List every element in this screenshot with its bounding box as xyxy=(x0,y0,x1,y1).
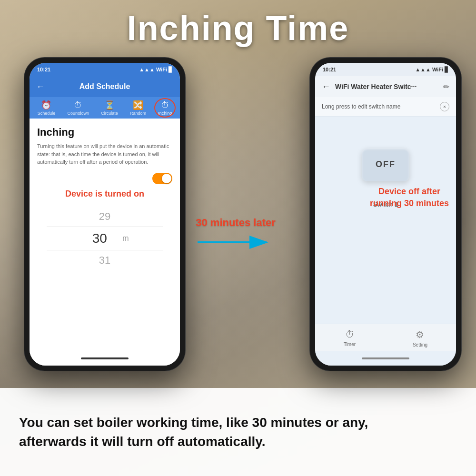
tab-schedule[interactable]: ⏰ Schedule xyxy=(38,101,56,116)
bottom-panel: You can set boiler working time, like 30… xyxy=(0,388,476,476)
tab-circulate[interactable]: ⏳ Circulate xyxy=(101,101,118,116)
time-picker[interactable]: 29 30 m 31 xyxy=(37,207,172,270)
setting-label: Setting xyxy=(413,342,427,347)
status-time-left: 10:21 xyxy=(37,67,50,72)
random-icon: 🔀 xyxy=(133,101,143,109)
battery-icon-left: ▊ xyxy=(169,67,172,73)
signal-icon-left: ▲▲▲ xyxy=(139,67,155,72)
battery-right: ▊ xyxy=(445,67,448,73)
time-30: 30 xyxy=(80,231,119,246)
device-on-text: Device is turned on xyxy=(37,189,172,199)
switch-off-label: OFF xyxy=(376,159,396,169)
phone-left-screen: 10:21 ▲▲▲ WiFi ▊ ← Add Schedule ⏰ xyxy=(30,63,180,366)
circulate-icon: ⏳ xyxy=(104,101,115,109)
arrow-label: 30 minutes later xyxy=(188,217,283,229)
page-title: Inching Time xyxy=(0,9,476,48)
home-indicator-left xyxy=(81,357,129,359)
spacer-right xyxy=(315,239,456,324)
arrow-annotation: 30 minutes later xyxy=(188,217,283,252)
status-time-right: 10:21 xyxy=(323,67,336,72)
tab-circulate-label: Circulate xyxy=(101,111,118,116)
time-31: 31 xyxy=(86,254,124,267)
inching-content: Inching Turning this feature on will put… xyxy=(30,119,180,278)
phone-right-screen: 10:21 ▲▲▲ WiFi ▊ ← WiFi Water Heater Swi… xyxy=(315,63,456,366)
switch-area: OFF Switch 1 xyxy=(315,117,456,239)
nav-bar-left: ← Add Schedule xyxy=(30,76,180,97)
time-row-29: 29 xyxy=(47,207,163,227)
page-title-container: Inching Time xyxy=(0,0,476,53)
phone-right: 10:21 ▲▲▲ WiFi ▊ ← WiFi Water Heater Swi… xyxy=(309,57,462,371)
spacer-left xyxy=(30,278,180,352)
nav-title-left: Add Schedule xyxy=(79,82,130,91)
tab-random[interactable]: 🔀 Random xyxy=(130,101,146,116)
home-bar-left xyxy=(30,351,180,366)
right-annotation: Device off after running 30 minutes xyxy=(362,186,457,209)
close-icon-right: × xyxy=(443,104,446,109)
tab-countdown[interactable]: ⏱ Countdown xyxy=(67,101,89,116)
nav-title-right: WiFi Water Heater Switc··· xyxy=(335,83,443,90)
signal-right: ▲▲▲ xyxy=(415,67,431,72)
timer-icon: ⏱ xyxy=(345,329,355,340)
time-unit: m xyxy=(122,234,129,243)
bottom-tabs-right: ⏱ Timer ⚙ Setting xyxy=(315,324,456,351)
status-bar-left: 10:21 ▲▲▲ WiFi ▊ xyxy=(30,63,180,76)
edit-banner-text: Long press to edit switch name xyxy=(322,103,400,110)
bottom-text-line2: afterwards it will turn off automaticall… xyxy=(19,434,266,449)
edit-banner: Long press to edit switch name × xyxy=(315,97,456,117)
time-row-30: 30 m xyxy=(47,227,163,250)
inching-toggle[interactable] xyxy=(152,173,172,184)
nav-bar-right: ← WiFi Water Heater Switc··· ✏ xyxy=(315,76,456,97)
inching-title: Inching xyxy=(37,126,172,139)
timer-label: Timer xyxy=(344,342,356,347)
tab-timer[interactable]: ⏱ Timer xyxy=(344,329,356,347)
phone-left: 10:21 ▲▲▲ WiFi ▊ ← Add Schedule ⏰ xyxy=(24,57,186,371)
signal-icons-left: ▲▲▲ WiFi ▊ xyxy=(139,67,172,73)
tab-setting[interactable]: ⚙ Setting xyxy=(413,329,427,347)
home-bar-right xyxy=(315,351,456,366)
time-29: 29 xyxy=(86,210,124,223)
setting-icon: ⚙ xyxy=(416,329,424,340)
tab-schedule-label: Schedule xyxy=(38,111,56,116)
time-row-31: 31 xyxy=(47,250,163,270)
wifi-right: WiFi xyxy=(432,67,443,72)
right-annotation-text: Device off after running 30 minutes xyxy=(362,186,457,209)
tab-random-label: Random xyxy=(130,111,146,116)
bottom-description: You can set boiler working time, like 30… xyxy=(19,413,368,450)
back-button-right[interactable]: ← xyxy=(322,82,330,92)
back-button-left[interactable]: ← xyxy=(36,82,45,92)
phone-right-frame: 10:21 ▲▲▲ WiFi ▊ ← WiFi Water Heater Swi… xyxy=(309,57,462,371)
schedule-icon: ⏰ xyxy=(41,101,51,109)
tab-inching[interactable]: ⏱ Inching xyxy=(158,101,172,116)
arrow-svg xyxy=(198,233,274,252)
home-indicator-right xyxy=(362,357,409,359)
tab-bar-left: ⏰ Schedule ⏱ Countdown ⏳ Circulate 🔀 Ran… xyxy=(30,97,180,119)
toggle-row xyxy=(37,173,172,184)
edit-banner-close[interactable]: × xyxy=(440,102,449,111)
countdown-icon: ⏱ xyxy=(74,101,82,109)
inching-description: Turning this feature on will put the dev… xyxy=(37,142,172,166)
status-bar-right: 10:21 ▲▲▲ WiFi ▊ xyxy=(315,63,456,76)
signal-icons-right: ▲▲▲ WiFi ▊ xyxy=(415,67,448,73)
off-switch-button[interactable]: OFF xyxy=(362,148,409,181)
bottom-text-line1: You can set boiler working time, like 30… xyxy=(19,415,368,430)
tab-countdown-label: Countdown xyxy=(67,111,89,116)
wifi-icon-left: WiFi xyxy=(156,67,167,72)
edit-button-right[interactable]: ✏ xyxy=(443,82,449,91)
inching-highlight-circle xyxy=(154,98,176,118)
phone-left-frame: 10:21 ▲▲▲ WiFi ▊ ← Add Schedule ⏰ xyxy=(24,57,186,371)
